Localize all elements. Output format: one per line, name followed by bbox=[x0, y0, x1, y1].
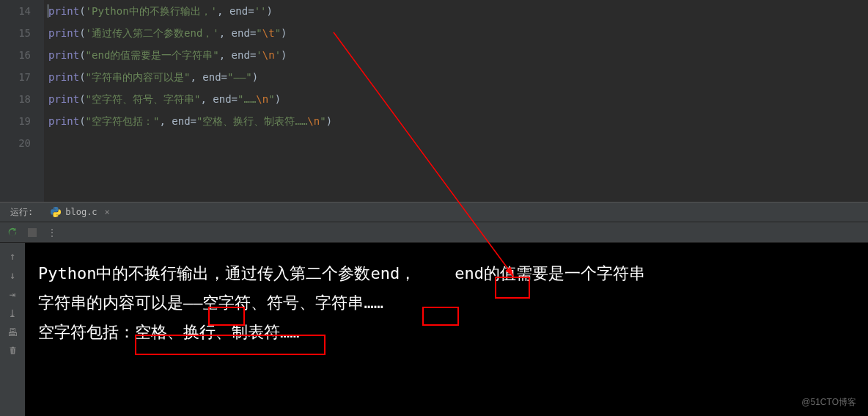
line-number: 14 bbox=[0, 0, 31, 22]
rerun-icon[interactable] bbox=[7, 227, 18, 238]
soft-wrap-icon[interactable]: ⇥ bbox=[7, 288, 18, 300]
watermark: @51CTO博客 bbox=[801, 396, 856, 409]
console-toolbar: ⋮ bbox=[0, 222, 868, 243]
line-number: 18 bbox=[0, 88, 31, 110]
output-line-2: 字符串的内容可以是——空字符、符号、字符串…… bbox=[38, 288, 855, 318]
console-output[interactable]: Python中的不换行输出，通过传入第二个参数end， end的值需要是一个字符… bbox=[25, 243, 868, 416]
text-cursor bbox=[48, 4, 48, 18]
run-panel-header: 运行: blog.c × bbox=[0, 202, 868, 222]
print-icon[interactable]: 🖶 bbox=[7, 326, 18, 338]
code-line-20 bbox=[48, 132, 868, 154]
line-number: 16 bbox=[0, 44, 31, 66]
output-line-1: Python中的不换行输出，通过传入第二个参数end， end的值需要是一个字符… bbox=[38, 259, 855, 288]
code-line-17: print("字符串的内容可以是", end="——") bbox=[48, 66, 868, 88]
trash-icon[interactable] bbox=[7, 346, 18, 357]
code-line-16: print("end的值需要是一个字符串", end='\n') bbox=[48, 44, 868, 66]
console-wrap: ↑ ↓ ⇥ ⤓ 🖶 Python中的不换行输出，通过传入第二个参数end， en… bbox=[0, 243, 868, 416]
line-number: 20 bbox=[0, 132, 31, 154]
run-tab[interactable]: blog.c × bbox=[43, 207, 117, 217]
more-icon[interactable]: ⋮ bbox=[47, 227, 57, 238]
svg-rect-0 bbox=[28, 228, 37, 237]
line-number-gutter: 14 15 16 17 18 19 20 bbox=[0, 0, 44, 202]
code-line-14: print('Python中的不换行输出，', end='') bbox=[48, 0, 868, 22]
stop-icon[interactable] bbox=[28, 228, 37, 237]
scroll-to-end-icon[interactable]: ⤓ bbox=[7, 307, 18, 319]
up-arrow-icon[interactable]: ↑ bbox=[7, 250, 18, 262]
code-line-18: print("空字符、符号、字符串", end="……\n") bbox=[48, 88, 868, 110]
down-arrow-icon[interactable]: ↓ bbox=[7, 269, 18, 281]
line-number: 15 bbox=[0, 22, 31, 44]
close-tab-icon[interactable]: × bbox=[105, 207, 110, 217]
code-line-19: print("空字符包括：", end="空格、换行、制表符……\n") bbox=[48, 110, 868, 132]
line-number: 17 bbox=[0, 66, 31, 88]
output-line-3: 空字符包括：空格、换行、制表符…… bbox=[38, 318, 855, 347]
editor-area: 14 15 16 17 18 19 20 print('Python中的不换行输… bbox=[0, 0, 868, 202]
console-side-toolbar: ↑ ↓ ⇥ ⤓ 🖶 bbox=[0, 243, 25, 416]
line-number: 19 bbox=[0, 110, 31, 132]
tab-filename: blog.c bbox=[65, 207, 97, 217]
code-editor[interactable]: print('Python中的不换行输出，', end='') print('通… bbox=[44, 0, 868, 202]
code-line-15: print('通过传入第二个参数end，', end="\t") bbox=[48, 22, 868, 44]
run-label: 运行: bbox=[0, 206, 43, 219]
python-file-icon bbox=[51, 207, 61, 217]
